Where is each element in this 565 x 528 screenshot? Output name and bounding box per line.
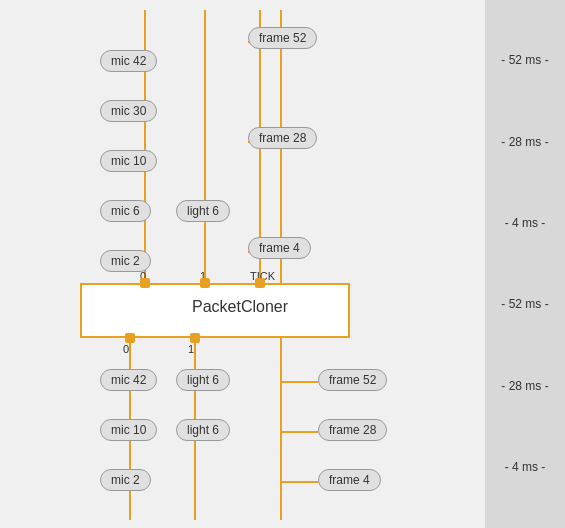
- main-container: PacketCloner 0 1 TICK 0 1 mic 42 mic 30 …: [0, 0, 565, 528]
- node-mic2-out: mic 2: [100, 469, 151, 491]
- ms-label-52-top: - 52 ms -: [501, 52, 548, 69]
- node-frame52-out: frame 52: [318, 369, 387, 391]
- ms-label-4-bot: - 4 ms -: [505, 459, 546, 476]
- node-frame4-in: frame 4: [248, 237, 311, 259]
- node-frame28-in: frame 28: [248, 127, 317, 149]
- node-mic10-out: mic 10: [100, 419, 157, 441]
- right-panel: - 52 ms - - 28 ms - - 4 ms - - 52 ms - -…: [485, 0, 565, 528]
- node-light6b-out: light 6: [176, 419, 230, 441]
- node-frame4-out: frame 4: [318, 469, 381, 491]
- diagram-area: PacketCloner 0 1 TICK 0 1 mic 42 mic 30 …: [0, 0, 485, 528]
- node-light6-in: light 6: [176, 200, 230, 222]
- port-dot-in-0: [140, 278, 150, 288]
- node-frame28-out: frame 28: [318, 419, 387, 441]
- node-mic6-in: mic 6: [100, 200, 151, 222]
- port-label-out-1: 1: [188, 343, 194, 355]
- ms-label-28-bot: - 28 ms -: [501, 378, 548, 395]
- ms-label-52-bot: - 52 ms -: [501, 296, 548, 313]
- node-light6a-out: light 6: [176, 369, 230, 391]
- port-dot-in-1: [200, 278, 210, 288]
- port-dot-out-0: [125, 333, 135, 343]
- node-mic42-out: mic 42: [100, 369, 157, 391]
- node-frame52-in: frame 52: [248, 27, 317, 49]
- node-mic30-in: mic 30: [100, 100, 157, 122]
- port-label-out-0: 0: [123, 343, 129, 355]
- ms-label-28-top: - 28 ms -: [501, 134, 548, 151]
- connection-lines: [0, 0, 485, 528]
- node-mic10-in: mic 10: [100, 150, 157, 172]
- node-mic42-in: mic 42: [100, 50, 157, 72]
- port-dot-out-1: [190, 333, 200, 343]
- port-dot-in-tick: [255, 278, 265, 288]
- node-mic2-in: mic 2: [100, 250, 151, 272]
- ms-label-4-top: - 4 ms -: [505, 215, 546, 232]
- packet-cloner-label: PacketCloner: [150, 298, 330, 316]
